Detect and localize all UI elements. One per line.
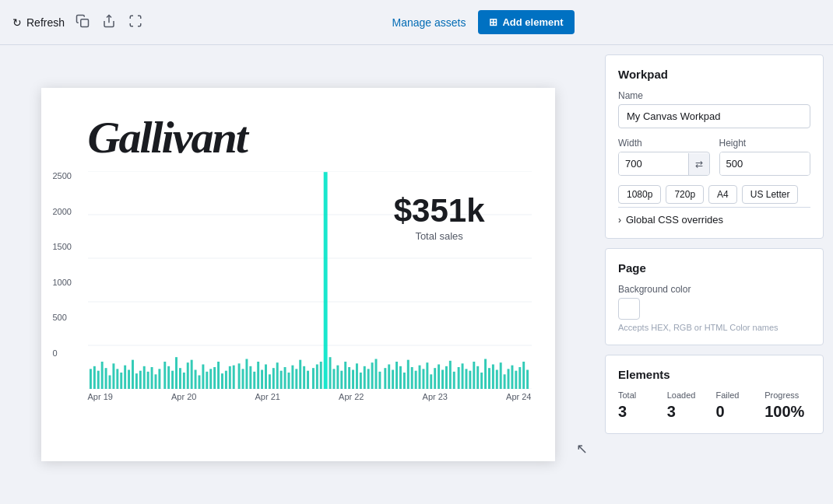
svg-rect-107 bbox=[476, 366, 479, 389]
svg-rect-105 bbox=[469, 371, 471, 389]
workpad-canvas: Gallivant $351k Total sales 2500 2000 15… bbox=[41, 88, 555, 461]
svg-rect-109 bbox=[484, 359, 487, 390]
svg-rect-96 bbox=[434, 368, 436, 389]
svg-rect-95 bbox=[430, 374, 432, 389]
svg-rect-59 bbox=[287, 373, 290, 389]
progress-header: Progress bbox=[764, 390, 810, 400]
main-content: Gallivant $351k Total sales 2500 2000 15… bbox=[0, 45, 833, 504]
width-input[interactable] bbox=[619, 152, 688, 175]
svg-rect-53 bbox=[265, 365, 267, 390]
svg-rect-102 bbox=[457, 367, 459, 389]
svg-rect-58 bbox=[283, 367, 286, 389]
metric-label: Total sales bbox=[394, 230, 485, 242]
failed-header: Failed bbox=[716, 390, 762, 400]
color-hint: Accepts HEX, RGB or HTML Color names bbox=[618, 323, 810, 332]
x-label-apr22: Apr 22 bbox=[339, 392, 364, 401]
loaded-header: Loaded bbox=[667, 390, 713, 400]
svg-rect-40 bbox=[213, 367, 216, 389]
page-section: Page Background color Accepts HEX, RGB o… bbox=[605, 248, 824, 345]
x-label-apr21: Apr 21 bbox=[255, 392, 280, 401]
svg-rect-21 bbox=[139, 371, 141, 389]
workpad-section-title: Workpad bbox=[618, 68, 810, 81]
svg-rect-61 bbox=[295, 369, 297, 389]
preset-buttons: 1080p 720p A4 US Letter bbox=[618, 185, 810, 204]
svg-rect-108 bbox=[480, 373, 483, 389]
progress-value: 100% bbox=[764, 403, 810, 421]
share-icon-button[interactable] bbox=[99, 12, 119, 33]
svg-rect-32 bbox=[182, 373, 185, 389]
page-section-title: Page bbox=[618, 261, 810, 275]
total-header: Total bbox=[618, 390, 664, 400]
css-overrides-label: Global CSS overrides bbox=[626, 214, 723, 226]
svg-rect-23 bbox=[146, 372, 149, 389]
svg-rect-112 bbox=[495, 370, 497, 390]
progress-col: Progress 100% bbox=[764, 390, 810, 421]
svg-rect-86 bbox=[395, 362, 398, 389]
svg-rect-57 bbox=[279, 371, 282, 389]
height-input[interactable] bbox=[720, 152, 810, 175]
svg-rect-17 bbox=[124, 366, 126, 389]
elements-grid: Total 3 Loaded 3 Failed 0 Progress 100% bbox=[618, 390, 810, 421]
svg-rect-72 bbox=[340, 371, 343, 389]
svg-rect-101 bbox=[452, 372, 455, 389]
svg-rect-27 bbox=[163, 362, 166, 389]
svg-rect-33 bbox=[186, 362, 188, 389]
toolbar: ↻ Refresh Manage assets ⊞ Add element bbox=[0, 0, 833, 45]
svg-rect-19 bbox=[132, 360, 134, 389]
svg-rect-39 bbox=[209, 369, 212, 389]
svg-rect-14 bbox=[112, 363, 114, 389]
height-label: Height bbox=[719, 138, 811, 149]
svg-rect-67 bbox=[319, 362, 322, 389]
bg-color-swatch[interactable] bbox=[618, 298, 640, 320]
height-col: Height bbox=[719, 138, 811, 176]
toolbar-icons bbox=[72, 12, 146, 33]
svg-rect-69 bbox=[329, 357, 331, 389]
preset-1080p-button[interactable]: 1080p bbox=[618, 185, 661, 204]
add-element-button[interactable]: ⊞ Add element bbox=[478, 10, 574, 34]
y-label-2000: 2000 bbox=[53, 207, 72, 216]
refresh-icon: ↻ bbox=[12, 16, 22, 29]
manage-assets-button[interactable]: Manage assets bbox=[392, 10, 466, 34]
svg-rect-52 bbox=[261, 370, 263, 390]
svg-rect-10 bbox=[97, 371, 99, 389]
svg-rect-22 bbox=[142, 366, 145, 389]
svg-rect-35 bbox=[194, 370, 196, 390]
svg-rect-11 bbox=[100, 362, 103, 389]
svg-rect-63 bbox=[303, 366, 305, 389]
refresh-button[interactable]: ↻ Refresh bbox=[12, 16, 65, 29]
svg-rect-37 bbox=[202, 365, 204, 390]
add-element-label: Add element bbox=[502, 16, 563, 28]
cursor-indicator: ↖ bbox=[576, 440, 588, 457]
svg-rect-77 bbox=[359, 373, 361, 389]
css-overrides-row[interactable]: › Global CSS overrides bbox=[618, 207, 810, 226]
svg-rect-73 bbox=[344, 362, 346, 389]
svg-rect-100 bbox=[448, 361, 451, 389]
fullscreen-icon-button[interactable] bbox=[125, 12, 146, 33]
svg-rect-98 bbox=[441, 370, 444, 390]
add-element-icon: ⊞ bbox=[489, 16, 497, 28]
svg-rect-56 bbox=[276, 362, 278, 389]
preset-a4-button[interactable]: A4 bbox=[708, 185, 737, 204]
brand-logo: Gallivant bbox=[88, 111, 532, 163]
svg-rect-104 bbox=[465, 369, 467, 389]
svg-rect-44 bbox=[228, 366, 230, 389]
y-label-1500: 1500 bbox=[53, 242, 72, 251]
swap-dimensions-button[interactable]: ⇄ bbox=[688, 153, 709, 175]
svg-rect-114 bbox=[503, 374, 505, 389]
svg-rect-38 bbox=[206, 372, 208, 389]
y-label-1000: 1000 bbox=[53, 278, 72, 287]
svg-rect-99 bbox=[445, 366, 447, 389]
preset-us-letter-button[interactable]: US Letter bbox=[742, 185, 799, 204]
svg-rect-85 bbox=[392, 370, 394, 390]
svg-rect-113 bbox=[499, 362, 501, 389]
preset-720p-button[interactable]: 720p bbox=[666, 185, 704, 204]
name-input[interactable] bbox=[618, 104, 810, 128]
svg-rect-50 bbox=[253, 372, 255, 389]
svg-rect-18 bbox=[128, 370, 130, 390]
chart-area: $351k Total sales 2500 2000 1500 1000 50… bbox=[88, 171, 532, 420]
svg-rect-45 bbox=[232, 366, 234, 389]
svg-rect-31 bbox=[178, 368, 181, 389]
copy-icon-button[interactable] bbox=[72, 12, 93, 33]
loaded-col: Loaded 3 bbox=[667, 390, 713, 421]
svg-rect-84 bbox=[388, 365, 390, 390]
